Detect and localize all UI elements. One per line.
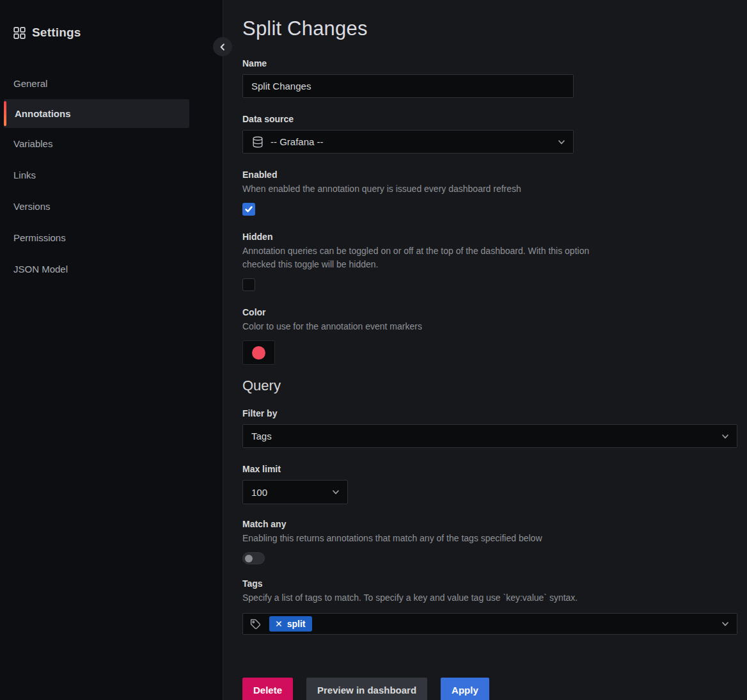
hidden-field-group: Hidden Annotation queries can be toggled… [242, 232, 737, 291]
apply-button[interactable]: Apply [441, 678, 489, 700]
data-source-value: -- Grafana -- [271, 136, 324, 147]
tag-pill-label: split [287, 619, 306, 629]
filter-by-value: Tags [251, 431, 272, 441]
sidebar-item-general[interactable]: General [0, 68, 223, 99]
match-any-field-group: Match any Enabling this returns annotati… [242, 519, 737, 564]
delete-button[interactable]: Delete [242, 678, 293, 700]
color-field-group: Color Color to use for the annotation ev… [242, 307, 737, 365]
tags-field-group: Tags Specify a list of tags to match. To… [242, 578, 737, 635]
sidebar-item-versions[interactable]: Versions [0, 191, 223, 222]
actions-row: Delete Preview in dashboard Apply [242, 678, 737, 700]
tags-description: Specify a list of tags to match. To spec… [242, 591, 737, 605]
match-any-toggle[interactable] [242, 552, 265, 564]
max-limit-value: 100 [251, 487, 267, 498]
sidebar-item-variables[interactable]: Variables [0, 128, 223, 159]
tag-pill-split: ✕ split [269, 616, 312, 632]
sidebar-item-permissions[interactable]: Permissions [0, 222, 223, 253]
query-section-title: Query [242, 377, 737, 394]
enabled-field-group: Enabled When enabled the annotation quer… [242, 170, 737, 216]
page-title: Split Changes [242, 17, 737, 41]
chevron-down-icon [331, 488, 340, 497]
filter-by-field-group: Filter by Tags [242, 408, 737, 448]
toggle-knob [245, 555, 253, 562]
color-description: Color to use for the annotation event ma… [242, 320, 737, 333]
collapse-sidebar-button[interactable] [213, 37, 232, 56]
filter-by-select[interactable]: Tags [242, 424, 737, 448]
color-picker-swatch[interactable] [242, 340, 275, 365]
name-input[interactable] [242, 74, 574, 98]
name-field-group: Name [242, 58, 737, 98]
color-swatch-circle [252, 346, 265, 360]
annotation-settings-panel: Split Changes Name Data source -- Grafan… [224, 0, 747, 700]
database-icon [251, 136, 264, 148]
settings-nav: General Annotations Variables Links Vers… [0, 68, 223, 285]
sidebar-item-json-model[interactable]: JSON Model [0, 253, 223, 285]
settings-sidebar: Settings General Annotations Variables L… [0, 0, 223, 700]
enabled-label: Enabled [242, 170, 737, 180]
chevron-down-icon [721, 432, 730, 441]
sidebar-title: Settings [32, 26, 81, 40]
match-any-description: Enabling this returns annotations that m… [242, 532, 737, 545]
hidden-label: Hidden [242, 232, 737, 242]
max-limit-field-group: Max limit 100 [242, 464, 737, 504]
remove-tag-icon[interactable]: ✕ [275, 619, 283, 628]
tag-icon [249, 618, 262, 630]
data-source-label: Data source [242, 114, 737, 124]
hidden-checkbox[interactable] [242, 278, 255, 291]
preview-in-dashboard-button[interactable]: Preview in dashboard [306, 678, 427, 700]
tags-input[interactable]: ✕ split [242, 613, 737, 635]
enabled-checkbox[interactable] [242, 203, 255, 216]
max-limit-select[interactable]: 100 [242, 480, 348, 504]
apps-grid-icon [13, 27, 26, 39]
filter-by-label: Filter by [242, 408, 737, 418]
data-source-field-group: Data source -- Grafana -- [242, 114, 737, 154]
data-source-select[interactable]: -- Grafana -- [242, 130, 574, 154]
chevron-left-icon [219, 43, 227, 51]
chevron-down-icon [557, 138, 566, 147]
sidebar-item-annotations[interactable]: Annotations [4, 99, 189, 128]
color-label: Color [242, 307, 737, 317]
sidebar-item-links[interactable]: Links [0, 159, 223, 191]
match-any-label: Match any [242, 519, 737, 529]
chevron-down-icon [721, 619, 730, 628]
enabled-description: When enabled the annotation query is iss… [242, 182, 737, 196]
hidden-description: Annotation queries can be toggled on or … [242, 244, 617, 271]
checkmark-icon [244, 205, 253, 214]
sidebar-header: Settings [0, 0, 223, 40]
name-label: Name [242, 58, 737, 68]
tags-label: Tags [242, 578, 737, 589]
max-limit-label: Max limit [242, 464, 737, 474]
